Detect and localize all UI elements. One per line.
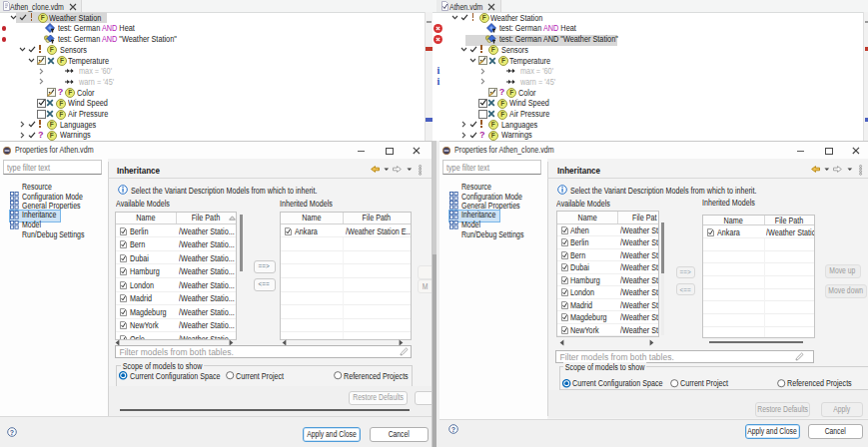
svg-text:?: ?	[10, 429, 14, 436]
svg-text:?: ?	[450, 425, 454, 432]
